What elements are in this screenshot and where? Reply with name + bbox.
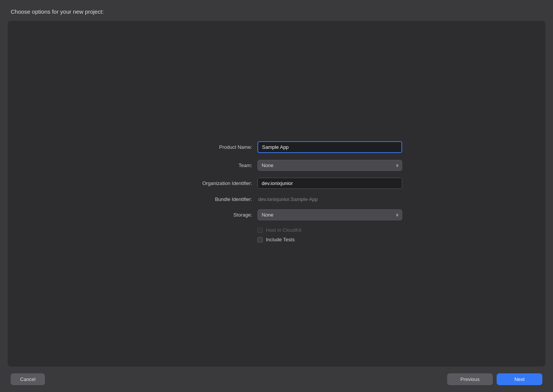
footer: Cancel Previous Next bbox=[0, 367, 553, 392]
product-name-control bbox=[257, 141, 402, 153]
include-tests-container: Include Tests bbox=[257, 237, 295, 242]
host-cloudkit-label: Host in CloudKit bbox=[266, 227, 301, 233]
storage-select[interactable]: None CoreData SwiftData bbox=[257, 209, 402, 220]
team-select-wrapper: None bbox=[257, 160, 402, 171]
next-button[interactable]: Next bbox=[497, 373, 542, 385]
team-row: Team: None bbox=[151, 160, 402, 171]
storage-select-wrapper: None CoreData SwiftData bbox=[257, 209, 402, 220]
org-identifier-row: Organization Identifier: bbox=[151, 178, 402, 189]
host-cloudkit-container: Host in CloudKit bbox=[257, 227, 301, 233]
product-name-row: Product Name: bbox=[151, 141, 402, 153]
product-name-input[interactable] bbox=[257, 141, 402, 153]
bundle-identifier-row: Bundle Identifier: dev.ionixjunior.Sampl… bbox=[151, 196, 402, 202]
cancel-button[interactable]: Cancel bbox=[11, 373, 45, 385]
dialog-title: Choose options for your new project: bbox=[0, 0, 553, 21]
org-identifier-label: Organization Identifier: bbox=[151, 180, 257, 186]
storage-label: Storage: bbox=[151, 212, 257, 218]
footer-right-buttons: Previous Next bbox=[447, 373, 542, 385]
previous-button[interactable]: Previous bbox=[447, 373, 493, 385]
main-content: Product Name: Team: None bbox=[8, 21, 545, 367]
bundle-identifier-label: Bundle Identifier: bbox=[151, 196, 257, 202]
team-label: Team: bbox=[151, 163, 257, 168]
host-cloudkit-checkbox[interactable] bbox=[257, 228, 263, 233]
bundle-identifier-control: dev.ionixjunior.Sample-App bbox=[257, 196, 402, 202]
host-cloudkit-row: Host in CloudKit bbox=[151, 227, 402, 233]
include-tests-label: Include Tests bbox=[266, 237, 295, 242]
team-select[interactable]: None bbox=[257, 160, 402, 171]
storage-control: None CoreData SwiftData bbox=[257, 209, 402, 220]
team-control: None bbox=[257, 160, 402, 171]
org-identifier-control bbox=[257, 178, 402, 189]
org-identifier-input[interactable] bbox=[257, 178, 402, 189]
form-container: Product Name: Team: None bbox=[151, 141, 402, 246]
include-tests-row: Include Tests bbox=[151, 237, 402, 242]
include-tests-checkbox[interactable] bbox=[257, 237, 263, 242]
bundle-identifier-value: dev.ionixjunior.Sample-App bbox=[257, 194, 319, 204]
storage-row: Storage: None CoreData SwiftData bbox=[151, 209, 402, 220]
product-name-label: Product Name: bbox=[151, 144, 257, 150]
